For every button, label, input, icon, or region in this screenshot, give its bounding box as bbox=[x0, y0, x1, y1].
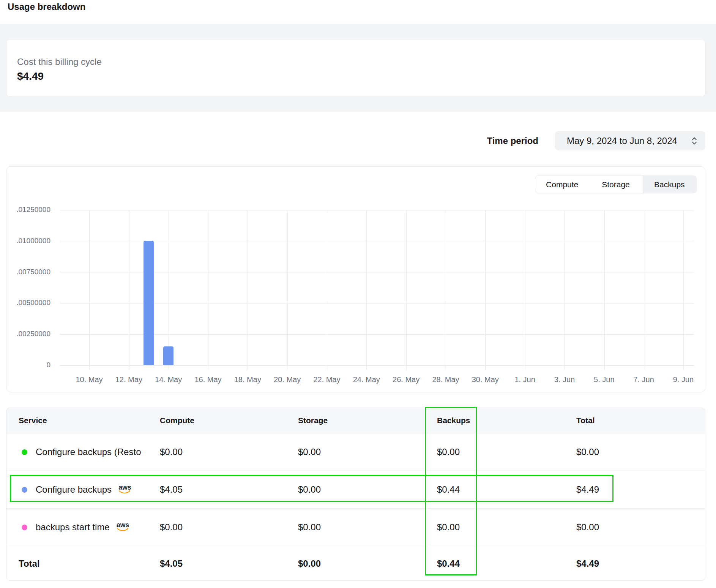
y-axis-label: .01250000 bbox=[1, 204, 50, 215]
backups-value: $0.44 bbox=[437, 484, 576, 495]
compute-value: $0.00 bbox=[160, 522, 298, 533]
y-axis-label: .00250000 bbox=[1, 329, 50, 339]
time-period-label: Time period bbox=[424, 136, 538, 146]
usage-chart: Compute Storage Backups .01250000.010000… bbox=[6, 166, 705, 392]
page-title: Usage breakdown bbox=[8, 2, 85, 12]
col-header-total: Total bbox=[576, 416, 705, 425]
col-header-service: Service bbox=[6, 416, 160, 425]
y-axis-label: 0 bbox=[1, 360, 50, 370]
tab-storage[interactable]: Storage bbox=[589, 176, 642, 193]
tab-compute[interactable]: Compute bbox=[535, 176, 589, 193]
y-axis-label: .00750000 bbox=[1, 267, 50, 277]
storage-total: $0.00 bbox=[298, 558, 437, 569]
table-row: Configure backups (Resto $0.00 $0.00 $0.… bbox=[6, 433, 705, 471]
table-header-row: Service Compute Storage Backups Total bbox=[6, 408, 705, 433]
compute-value: $4.05 bbox=[160, 484, 298, 495]
service-name: backups start time bbox=[36, 522, 110, 533]
col-header-backups: Backups bbox=[437, 416, 576, 425]
chart-bar[interactable] bbox=[144, 241, 154, 365]
table-total-row: Total $4.05 $0.00 $0.44 $4.49 bbox=[6, 546, 705, 581]
table-row: Configure backups aws $4.05 $0.00 $0.44 … bbox=[6, 471, 705, 508]
total-value: $4.49 bbox=[576, 484, 705, 495]
total-label: Total bbox=[6, 558, 160, 569]
series-dot bbox=[22, 487, 27, 493]
storage-value: $0.00 bbox=[298, 522, 437, 533]
service-name: Configure backups bbox=[36, 484, 112, 495]
chart-tabs: Compute Storage Backups bbox=[535, 175, 697, 193]
series-dot bbox=[22, 525, 27, 530]
grand-total: $4.49 bbox=[576, 558, 705, 569]
storage-value: $0.00 bbox=[298, 484, 437, 495]
table-row: backups start time aws $0.00 $0.00 $0.00… bbox=[6, 508, 705, 546]
backups-total: $0.44 bbox=[437, 558, 576, 569]
y-axis-label: .00500000 bbox=[1, 297, 50, 308]
aws-logo: aws bbox=[117, 522, 129, 532]
billing-cycle-label: Cost this billing cycle bbox=[17, 57, 705, 67]
chart-bar[interactable] bbox=[163, 346, 173, 365]
billing-cycle-value: $4.49 bbox=[17, 70, 705, 82]
usage-table: Service Compute Storage Backups Total Co… bbox=[6, 408, 705, 581]
y-axis-label: .01000000 bbox=[1, 236, 50, 246]
storage-value: $0.00 bbox=[298, 447, 437, 457]
time-period-value: May 9, 2024 to Jun 8, 2024 bbox=[567, 136, 677, 146]
tab-backups[interactable]: Backups bbox=[643, 176, 696, 193]
series-dot bbox=[22, 449, 27, 455]
col-header-compute: Compute bbox=[160, 416, 298, 425]
service-name: Configure backups (Resto bbox=[36, 447, 141, 457]
aws-logo: aws bbox=[118, 485, 131, 494]
total-value: $0.00 bbox=[576, 522, 705, 533]
col-header-storage: Storage bbox=[298, 416, 437, 425]
compute-value: $0.00 bbox=[160, 447, 298, 457]
total-value: $0.00 bbox=[576, 447, 705, 457]
time-period-select[interactable]: May 9, 2024 to Jun 8, 2024 bbox=[555, 131, 705, 150]
x-axis-label: 9. Jun bbox=[657, 375, 710, 384]
billing-cycle-card: Cost this billing cycle $4.49 bbox=[6, 39, 705, 97]
backups-value: $0.00 bbox=[437, 447, 576, 457]
compute-total: $4.05 bbox=[160, 558, 298, 569]
chevron-up-down-icon bbox=[691, 136, 698, 149]
backups-value: $0.00 bbox=[437, 522, 576, 533]
summary-band: Cost this billing cycle $4.49 bbox=[0, 24, 716, 112]
